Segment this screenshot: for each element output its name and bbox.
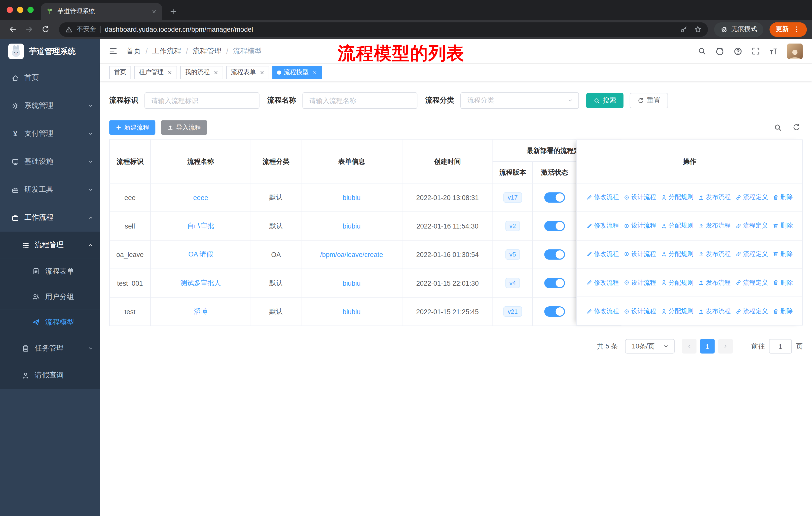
assign-rule-link[interactable]: 分配规则 xyxy=(661,193,693,202)
next-page-button[interactable] xyxy=(718,339,733,354)
page-size-select[interactable]: 10条/页 xyxy=(625,339,675,354)
design-process-link[interactable]: 设计流程 xyxy=(624,307,656,316)
assign-rule-link[interactable]: 分配规则 xyxy=(661,278,693,287)
prev-page-button[interactable] xyxy=(682,339,697,354)
goto-page-input[interactable] xyxy=(769,339,792,354)
tag-home[interactable]: 首页 xyxy=(109,65,131,79)
key-icon[interactable] xyxy=(680,25,688,33)
process-name-link[interactable]: 滔博 xyxy=(194,307,207,315)
create-process-button[interactable]: 新建流程 xyxy=(109,120,155,135)
kebab-menu-icon[interactable] xyxy=(793,25,801,33)
sidebar-item-infra[interactable]: 基础设施 xyxy=(0,147,100,175)
edit-process-link[interactable]: 修改流程 xyxy=(586,221,619,230)
sidebar-item-process-model[interactable]: 流程模型 xyxy=(0,309,100,335)
help-icon[interactable] xyxy=(733,46,743,56)
process-name-link[interactable]: OA 请假 xyxy=(188,250,213,258)
form-info-link[interactable]: biubiu xyxy=(343,308,360,316)
browser-tab[interactable]: 芋道管理系统 xyxy=(41,3,162,20)
show-search-toggle-icon[interactable] xyxy=(774,124,782,132)
edit-process-link[interactable]: 修改流程 xyxy=(586,278,619,287)
publish-process-link[interactable]: 发布流程 xyxy=(698,221,731,230)
active-toggle[interactable] xyxy=(544,306,565,317)
design-process-link[interactable]: 设计流程 xyxy=(624,221,656,230)
process-definition-link[interactable]: 流程定义 xyxy=(735,278,768,287)
process-name-link[interactable]: eeee xyxy=(193,193,208,201)
edit-process-link[interactable]: 修改流程 xyxy=(586,193,619,202)
category-select[interactable]: 流程分类 xyxy=(460,92,579,109)
github-icon[interactable] xyxy=(715,46,724,56)
assign-rule-link[interactable]: 分配规则 xyxy=(661,221,693,230)
delete-link[interactable]: 删除 xyxy=(773,193,793,202)
page-1-button[interactable]: 1 xyxy=(700,339,715,354)
breadcrumb-process-management[interactable]: 流程管理 xyxy=(193,46,222,56)
active-toggle[interactable] xyxy=(544,278,565,288)
tab-close-icon[interactable] xyxy=(151,8,157,15)
sidebar-item-workflow[interactable]: 工作流程 xyxy=(0,204,100,232)
form-info-link[interactable]: biubiu xyxy=(343,222,360,230)
form-info-link[interactable]: biubiu xyxy=(343,279,360,287)
sidebar-item-process-form[interactable]: 流程表单 xyxy=(0,259,100,284)
user-avatar[interactable] xyxy=(787,43,803,59)
design-process-link[interactable]: 设计流程 xyxy=(624,278,656,287)
tag-process-model[interactable]: 流程模型 xyxy=(272,65,322,79)
close-icon[interactable] xyxy=(167,70,173,75)
assign-rule-link[interactable]: 分配规则 xyxy=(661,307,693,316)
process-definition-link[interactable]: 流程定义 xyxy=(735,307,768,316)
close-icon[interactable] xyxy=(312,70,318,75)
sidebar-item-leave-query[interactable]: 请假查询 xyxy=(0,362,100,389)
edit-process-link[interactable]: 修改流程 xyxy=(586,250,619,259)
design-process-link[interactable]: 设计流程 xyxy=(624,193,656,202)
process-key-input[interactable] xyxy=(144,92,260,109)
search-icon[interactable] xyxy=(697,47,706,55)
import-process-button[interactable]: 导入流程 xyxy=(161,120,207,135)
sidebar-item-process-management[interactable]: 流程管理 xyxy=(0,232,100,259)
tag-process-form[interactable]: 流程表单 xyxy=(226,65,269,79)
active-toggle[interactable] xyxy=(544,249,565,260)
refresh-table-icon[interactable] xyxy=(792,124,801,132)
publish-process-link[interactable]: 发布流程 xyxy=(698,250,731,259)
publish-process-link[interactable]: 发布流程 xyxy=(698,193,731,202)
breadcrumb-workflow[interactable]: 工作流程 xyxy=(152,46,181,56)
sidebar-item-home[interactable]: 首页 xyxy=(0,64,100,92)
reset-button[interactable]: 重置 xyxy=(630,93,668,108)
delete-link[interactable]: 删除 xyxy=(773,307,793,316)
assign-rule-link[interactable]: 分配规则 xyxy=(661,250,693,259)
active-toggle[interactable] xyxy=(544,221,565,231)
tag-my-process[interactable]: 我的流程 xyxy=(180,65,223,79)
collapse-sidebar-button[interactable] xyxy=(100,46,126,56)
search-button[interactable]: 搜索 xyxy=(586,93,624,108)
process-name-link[interactable]: 自己审批 xyxy=(187,222,214,230)
delete-link[interactable]: 删除 xyxy=(773,250,793,259)
sidebar-item-user-group[interactable]: 用户分组 xyxy=(0,284,100,309)
form-info-link[interactable]: /bpm/oa/leave/create xyxy=(320,251,383,259)
back-button[interactable] xyxy=(5,22,20,36)
publish-process-link[interactable]: 发布流程 xyxy=(698,278,731,287)
address-bar[interactable]: 不安全 dashboard.yudao.iocoder.cn/bpm/manag… xyxy=(59,22,708,36)
sidebar-item-system[interactable]: 系统管理 xyxy=(0,92,100,120)
close-icon[interactable] xyxy=(213,70,219,75)
window-minimize-button[interactable] xyxy=(17,7,23,13)
close-icon[interactable] xyxy=(260,70,265,75)
new-tab-button[interactable] xyxy=(162,7,177,20)
process-definition-link[interactable]: 流程定义 xyxy=(735,221,768,230)
window-zoom-button[interactable] xyxy=(27,7,34,13)
sidebar-item-task-management[interactable]: 任务管理 xyxy=(0,335,100,362)
delete-link[interactable]: 删除 xyxy=(773,278,793,287)
process-name-input[interactable] xyxy=(302,92,417,109)
sidebar-item-payment[interactable]: ¥ 支付管理 xyxy=(0,120,100,147)
design-process-link[interactable]: 设计流程 xyxy=(624,250,656,259)
breadcrumb-home[interactable]: 首页 xyxy=(126,46,141,56)
tag-tenant-management[interactable]: 租户管理 xyxy=(134,65,177,79)
process-name-link[interactable]: 测试多审批人 xyxy=(180,279,221,287)
form-info-link[interactable]: biubiu xyxy=(343,193,360,201)
fullscreen-icon[interactable] xyxy=(751,47,760,55)
delete-link[interactable]: 删除 xyxy=(773,221,793,230)
bookmark-star-icon[interactable] xyxy=(694,25,702,33)
update-browser-button[interactable]: 更新 xyxy=(770,22,807,36)
reload-button[interactable] xyxy=(38,22,53,36)
publish-process-link[interactable]: 发布流程 xyxy=(698,307,731,316)
active-toggle[interactable] xyxy=(544,192,565,202)
edit-process-link[interactable]: 修改流程 xyxy=(586,307,619,316)
process-definition-link[interactable]: 流程定义 xyxy=(735,193,768,202)
font-size-icon[interactable] xyxy=(769,46,778,56)
